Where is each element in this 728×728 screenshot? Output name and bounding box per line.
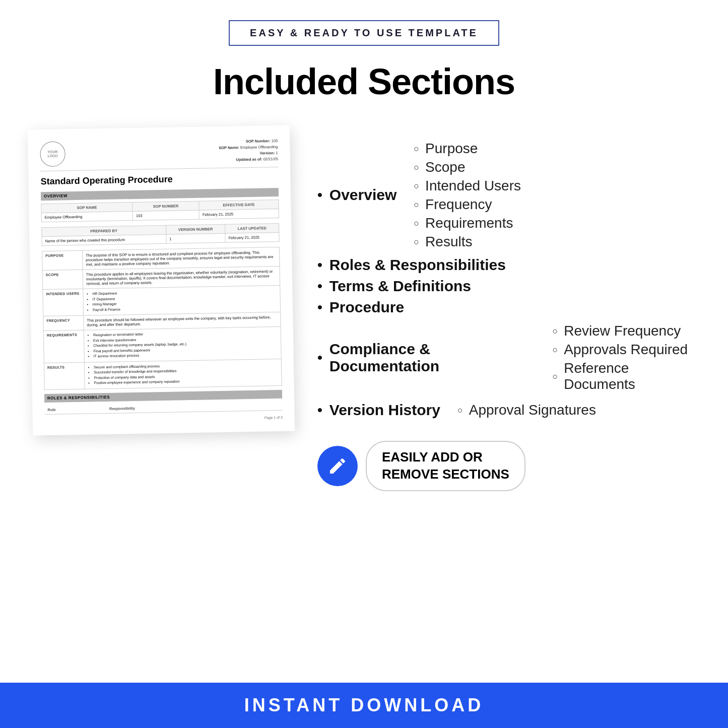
row-sop-name: Employee Offboarding xyxy=(41,211,133,222)
roles-table-header: Role Responsibility xyxy=(44,401,282,414)
cta-line2: REMOVE SECTIONS xyxy=(382,466,509,483)
sub-item-4-1: Approvals Required xyxy=(552,342,698,358)
results-list: Secure and compliant offboarding process… xyxy=(84,359,282,389)
sub-item-5-0: Approval Signatures xyxy=(457,402,596,418)
sections-list: OverviewPurposeScopeIntended UsersFreque… xyxy=(317,127,698,491)
col-last-updated: LAST UPDATED xyxy=(225,223,279,233)
section-label-0: Overview xyxy=(329,186,396,204)
requirements-label: REQUIREMENTS xyxy=(43,330,84,363)
section-label-3: Procedure xyxy=(329,299,404,316)
cta-line1: EASILY ADD OR xyxy=(382,449,509,466)
sub-label-0-0: Purpose xyxy=(425,141,478,157)
row-version-number: 1 xyxy=(166,233,225,243)
main-title: Included Sections xyxy=(30,61,698,102)
sub-item-4-0: Review Frequency xyxy=(552,323,698,339)
sub-item-0-0: Purpose xyxy=(414,141,521,157)
main-content: EASY & READY TO USE TEMPLATE Included Se… xyxy=(0,0,728,683)
sub-label-0-2: Intended Users xyxy=(425,178,521,194)
bottom-bar-text: INSTANT DOWNLOAD xyxy=(244,695,484,716)
version-info-table: PREPARED BY VERSION NUMBER LAST UPDATED … xyxy=(41,223,280,246)
top-banner: EASY & READY TO USE TEMPLATE xyxy=(30,20,698,46)
logo-line2: LOGO xyxy=(47,154,57,159)
banner-text: EASY & READY TO USE TEMPLATE xyxy=(250,27,478,38)
requirements-row: REQUIREMENTS Resignation or termination … xyxy=(43,326,281,363)
sub-item-0-2: Intended Users xyxy=(414,178,521,194)
sub-item-4-2: Reference Documents xyxy=(552,360,698,392)
sub-label-5-0: Approval Signatures xyxy=(469,402,596,418)
section-item-2: Terms & Definitions xyxy=(317,278,698,295)
sub-list-5: Approval Signatures xyxy=(447,402,596,421)
page-number: Page 1 of 3 xyxy=(45,415,283,423)
sub-label-0-5: Results xyxy=(425,234,472,250)
intended-users-list: HR DepartmentIT DepartmentHiring Manager… xyxy=(83,285,281,315)
sub-label-4-1: Approvals Required xyxy=(564,342,688,358)
overview-header: OVERVIEW xyxy=(41,188,279,201)
intended-users-row: INTENDED USERS HR DepartmentIT Departmen… xyxy=(43,285,281,316)
sub-label-4-0: Review Frequency xyxy=(564,323,681,339)
section-item-4: Compliance & DocumentationReview Frequen… xyxy=(317,320,698,395)
bottom-bar: INSTANT DOWNLOAD xyxy=(0,683,728,728)
doc-header: YOUR LOGO SOP Number: 103 SOP Name: Empl… xyxy=(40,138,278,171)
intended-users-label: INTENDED USERS xyxy=(43,289,84,316)
roles-header: ROLES & RESPONSIBILITIES xyxy=(44,389,282,402)
sections-ul: OverviewPurposeScopeIntended UsersFreque… xyxy=(317,138,698,421)
row-effective-date: February 21, 2025 xyxy=(199,209,279,219)
document-preview: YOUR LOGO SOP Number: 103 SOP Name: Empl… xyxy=(28,125,295,435)
sub-label-0-3: Frequency xyxy=(425,196,492,213)
row-sop-number: 103 xyxy=(133,210,199,220)
logo-line1: YOUR xyxy=(47,150,57,154)
sub-list-4: Review FrequencyApprovals RequiredRefere… xyxy=(542,323,698,395)
sub-item-0-1: Scope xyxy=(414,159,521,175)
roles-col-responsibility: Responsibility xyxy=(109,403,280,411)
detail-table: PURPOSE The purpose of this SOP is to en… xyxy=(42,247,282,390)
meta-updated: Updated as of: 02/21/25 xyxy=(219,156,278,163)
sub-item-0-5: Results xyxy=(414,234,521,250)
banner-box: EASY & READY TO USE TEMPLATE xyxy=(229,20,499,46)
results-row: RESULTS Secure and compliant offboarding… xyxy=(44,359,282,389)
section-label-4: Compliance & Documentation xyxy=(329,341,536,375)
sub-item-0-3: Frequency xyxy=(414,196,521,213)
frequency-label: FREQUENCY xyxy=(43,315,84,330)
section-label-2: Terms & Definitions xyxy=(329,278,471,295)
results-label: RESULTS xyxy=(44,362,85,389)
sub-label-0-4: Requirements xyxy=(425,215,513,231)
sub-list-0: PurposeScopeIntended UsersFrequencyRequi… xyxy=(404,141,521,252)
cta-area: EASILY ADD OR REMOVE SECTIONS xyxy=(317,441,698,491)
sop-info-table: SOP NAME SOP NUMBER EFFECTIVE DATE Emplo… xyxy=(41,200,279,222)
scope-label: SCOPE xyxy=(42,270,83,289)
section-item-5: Version HistoryApproval Signatures xyxy=(317,399,698,421)
sub-label-0-1: Scope xyxy=(425,159,465,175)
col-version-number: VERSION NUMBER xyxy=(166,224,225,234)
roles-col-role: Role xyxy=(47,407,104,412)
requirements-list: Resignation or termination letterExit in… xyxy=(84,326,281,362)
section-label-1: Roles & Responsibilities xyxy=(329,256,506,274)
section-item-0: OverviewPurposeScopeIntended UsersFreque… xyxy=(317,138,698,252)
doc-meta: SOP Number: 103 SOP Name: Employee Offbo… xyxy=(219,138,278,163)
row-prepared-by: Name of the person who created this proc… xyxy=(42,234,166,245)
section-item-1: Roles & Responsibilities xyxy=(317,256,698,274)
cta-text-box: EASILY ADD OR REMOVE SECTIONS xyxy=(366,441,525,491)
doc-logo: YOUR LOGO xyxy=(40,141,65,167)
row-last-updated: February 21, 2025 xyxy=(225,232,279,242)
section-label-5: Version History xyxy=(329,402,440,419)
section-item-3: Procedure xyxy=(317,299,698,316)
content-area: YOUR LOGO SOP Number: 103 SOP Name: Empl… xyxy=(30,127,698,491)
col-sop-number: SOP NUMBER xyxy=(133,201,199,211)
purpose-label: PURPOSE xyxy=(42,250,83,270)
pencil-circle xyxy=(317,446,358,486)
sub-item-0-4: Requirements xyxy=(414,215,521,231)
sub-label-4-2: Reference Documents xyxy=(564,360,698,392)
pencil-icon xyxy=(327,456,348,476)
doc-title: Standard Operating Procedure xyxy=(40,172,278,187)
